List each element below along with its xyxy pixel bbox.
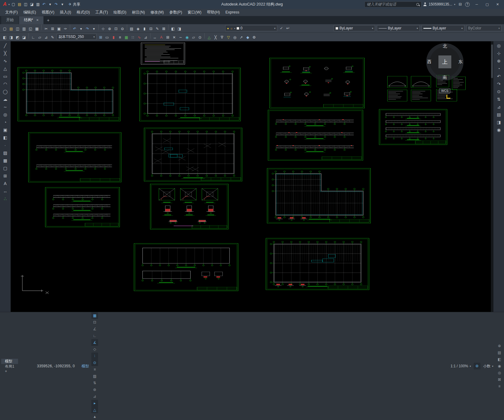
tssd-truss-icon[interactable]: △ — [206, 34, 212, 40]
menu-item-0[interactable]: 文件(F) — [2, 9, 21, 16]
new-layout-button[interactable]: + — [1, 369, 18, 373]
layer-color-swatch[interactable] — [237, 27, 239, 30]
up-down-view-icon[interactable]: ⇅ — [494, 96, 504, 103]
isometric-drafting-toggle[interactable]: ◇ — [91, 346, 98, 353]
signed-in-user[interactable]: 1505999135... — [429, 2, 452, 6]
help-icon[interactable]: ? — [465, 2, 470, 7]
line-tool-icon[interactable]: ╱ — [0, 42, 10, 50]
table-tool-icon[interactable]: ⊞ — [0, 172, 10, 180]
units-dropdown-icon[interactable]: ▾ — [492, 365, 493, 368]
orbit-icon[interactable]: ◔ — [494, 65, 504, 73]
ellipse-arc-tool-icon[interactable]: ◔ — [0, 119, 10, 126]
copy-clip-icon[interactable]: ⊞ — [49, 25, 56, 32]
object-snap-toggle[interactable]: ⊙ — [91, 359, 98, 366]
new-file-icon[interactable]: ▢ — [10, 1, 17, 7]
menu-item-1[interactable]: 编辑(E) — [21, 9, 39, 16]
redo-dropdown-icon[interactable]: ▾ — [59, 1, 66, 7]
layer-on-bulb-icon[interactable]: ● — [227, 27, 229, 30]
arc-tool-icon[interactable]: ◠ — [0, 80, 10, 88]
tool-palettes-icon[interactable]: ▮ — [141, 25, 148, 32]
show-annotation-objects-toggle[interactable]: △ — [91, 407, 98, 413]
plot-icon[interactable]: ▥ — [35, 1, 41, 7]
menu-item-8[interactable]: 修改(M) — [148, 9, 167, 16]
infer-constraints-toggle[interactable]: ∠ — [91, 326, 98, 332]
undo-icon[interactable]: ↶ — [71, 25, 78, 32]
hardware-acceleration-icon[interactable]: ◎ — [496, 369, 503, 376]
publish-icon[interactable]: ▦ — [34, 25, 40, 32]
send-to-back-icon[interactable]: ◨ — [8, 34, 14, 40]
user-dropdown-icon[interactable]: ▾ — [454, 3, 455, 6]
slab-reinforcement-plan-sheet[interactable] — [267, 168, 371, 223]
rectangle-tool-icon[interactable]: ▭ — [0, 73, 10, 80]
properties-palette-icon[interactable]: ▤ — [128, 25, 135, 32]
maximize-button[interactable]: ▢ — [482, 0, 492, 9]
layout-tab-0[interactable]: 模型 — [1, 359, 18, 364]
menu-item-12[interactable]: Express — [223, 9, 242, 16]
tssd-level-mark-icon[interactable]: ∇ — [219, 34, 225, 40]
bring-above-icon[interactable]: ◩ — [14, 34, 21, 40]
tssd-wall-icon[interactable]: ▭ — [104, 34, 110, 40]
tssd-break-line-icon[interactable]: ∼ — [177, 34, 184, 40]
file-tab-0[interactable]: 开始 — [1, 16, 19, 24]
tssd-slab-icon[interactable]: ▦ — [123, 34, 130, 40]
menu-item-3[interactable]: 插入(I) — [57, 9, 74, 16]
wcs-dropdown[interactable]: WCS — [439, 89, 450, 93]
menu-item-4[interactable]: 格式(O) — [74, 9, 93, 16]
lineweight-combo-dropdown-icon[interactable]: ▾ — [461, 27, 463, 30]
open-file-icon[interactable]: ▤ — [8, 25, 14, 32]
quick-calc-icon[interactable]: ⊠ — [161, 25, 167, 32]
polygon-tool-icon[interactable]: △ — [0, 65, 10, 73]
roof-bracing-plan-sheet[interactable] — [144, 128, 242, 181]
layer-properties-manager-icon[interactable]: ◧ — [170, 25, 176, 32]
zoom-previous-icon[interactable]: ⊖ — [119, 25, 126, 32]
roof-framing-plan-sheet[interactable] — [18, 67, 120, 121]
grid-display-toggle[interactable]: ▦ — [91, 312, 98, 319]
model-space[interactable] — [11, 41, 493, 312]
floor-framing-plan-sheet[interactable] — [139, 68, 241, 121]
text-style-icon[interactable]: ✎ — [49, 34, 56, 40]
minimize-button[interactable]: ─ — [472, 0, 482, 9]
color-combo-dropdown-icon[interactable]: ▾ — [372, 27, 373, 30]
transparency-toggle[interactable]: ▨ — [91, 373, 98, 380]
rewind-view-icon[interactable]: ↶ — [494, 73, 504, 80]
clean-view-icon[interactable]: ◉ — [494, 126, 504, 134]
steel-framing-plan-sheet[interactable] — [266, 238, 369, 289]
paste-clip-icon[interactable]: ▣ — [56, 25, 62, 32]
tssd-table-icon[interactable]: ⊞ — [165, 34, 171, 40]
tssd-text-icon[interactable]: A — [158, 34, 165, 40]
ortho-mode-toggle[interactable]: ∟ — [91, 332, 98, 339]
tssd-insert-detail-icon[interactable]: ◆ — [244, 34, 251, 40]
frame-elevation-sheet-right[interactable] — [268, 110, 363, 160]
construction-line-tool-icon[interactable]: ╳ — [0, 50, 10, 57]
general-notes-sheet[interactable] — [141, 43, 185, 64]
point-tool-icon[interactable]: ∙ — [0, 142, 10, 149]
file-tab-1[interactable]: 结构*✕ — [19, 16, 44, 24]
search-icon[interactable] — [416, 3, 419, 6]
compass-north-label[interactable]: 北 — [443, 44, 447, 49]
auto-annotation-scale-toggle[interactable]: ▲ — [91, 413, 98, 420]
bring-to-front-icon[interactable]: ◧ — [2, 34, 8, 40]
compass-south-label[interactable]: 南 — [443, 75, 447, 80]
quick-properties-icon[interactable]: ▤ — [496, 349, 503, 356]
vertical-scrollbar[interactable] — [491, 41, 493, 312]
send-under-icon[interactable]: ◪ — [21, 34, 27, 40]
linetype-combo-dropdown-icon[interactable]: ▾ — [417, 27, 418, 30]
tssd-stair-icon[interactable]: ∷ — [130, 34, 136, 40]
object-snap-tracking-toggle[interactable]: ∶ — [91, 353, 98, 359]
measure-distance-icon[interactable]: ∟ — [30, 34, 36, 40]
color-combo[interactable]: ByLayer ▾ — [334, 25, 375, 31]
menu-item-11[interactable]: 帮助(H) — [204, 9, 222, 16]
annotation-monitor-icon[interactable]: ⊕ — [496, 342, 503, 349]
lineweight-combo[interactable]: ByLayer ▾ — [422, 25, 464, 31]
tssd-brace-icon[interactable]: ╳ — [212, 34, 219, 40]
close-tab-icon[interactable]: ✕ — [36, 18, 39, 22]
lineweight-display-toggle[interactable]: ≡ — [91, 366, 98, 373]
match-properties-icon[interactable]: ✑ — [62, 25, 69, 32]
spline-tool-icon[interactable]: ∼ — [0, 103, 10, 111]
layer-combo[interactable]: ● ☼ ▪ 0 ▾ — [225, 25, 277, 31]
menu-item-7[interactable]: 标注(N) — [129, 9, 148, 16]
pan-hand-icon[interactable]: ⊹ — [494, 50, 504, 57]
point-style-tool-icon[interactable]: ∴ — [0, 195, 10, 203]
redo-icon[interactable]: ↷ — [53, 1, 59, 7]
layer-combo-dropdown-icon[interactable]: ▾ — [274, 27, 275, 30]
